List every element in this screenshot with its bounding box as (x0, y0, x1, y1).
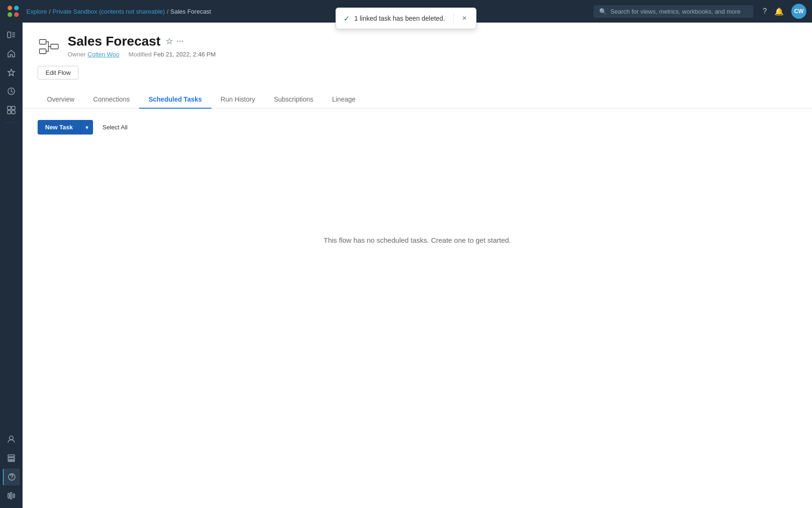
svg-rect-19 (8, 493, 9, 498)
chevron-down-icon: ▾ (86, 124, 88, 131)
svg-rect-24 (51, 44, 58, 49)
toast-divider (453, 14, 454, 23)
svg-rect-15 (8, 458, 15, 460)
tab-overview[interactable]: Overview (38, 91, 84, 109)
toast-check-icon: ✓ (344, 14, 350, 23)
tab-content: New Task ▾ Select All This flow has no s… (23, 109, 812, 345)
modified-label: Modified (129, 51, 152, 58)
empty-state-message: This flow has no scheduled tasks. Create… (324, 236, 511, 244)
more-options-icon[interactable]: ··· (177, 37, 184, 47)
svg-point-0 (8, 6, 12, 10)
app-logo[interactable] (6, 4, 21, 19)
svg-point-3 (14, 12, 19, 17)
svg-rect-11 (8, 111, 11, 114)
tab-scheduled-tasks[interactable]: Scheduled Tasks (139, 91, 211, 109)
svg-rect-20 (10, 492, 12, 499)
sidebar-item-favorites[interactable] (3, 64, 20, 81)
svg-point-2 (8, 12, 12, 17)
nav-icons: ? 🔔 CW (763, 4, 806, 19)
search-placeholder: Search for views, metrics, workbooks, an… (610, 8, 741, 15)
action-bar: New Task ▾ Select All (38, 120, 797, 135)
empty-state: This flow has no scheduled tasks. Create… (38, 146, 797, 334)
breadcrumb-sandbox[interactable]: Private Sandbox (contents not shareable) (53, 8, 165, 15)
favorite-icon[interactable]: ☆ (165, 36, 173, 47)
new-task-button[interactable]: New Task (38, 120, 81, 135)
new-task-dropdown-btn[interactable]: ▾ (81, 120, 93, 135)
svg-rect-23 (39, 49, 46, 54)
modified-date: Feb 21, 2022, 2:46 PM (154, 51, 216, 58)
page-title: Sales Forecast ☆ ··· (68, 34, 797, 49)
svg-point-1 (14, 6, 19, 10)
sidebar (0, 23, 23, 508)
sidebar-item-data[interactable] (3, 450, 20, 467)
sidebar-item-settings[interactable] (3, 487, 20, 504)
svg-point-18 (11, 478, 12, 479)
search-icon: 🔍 (599, 8, 607, 15)
flow-icon (38, 36, 60, 58)
notifications-icon[interactable]: 🔔 (774, 7, 784, 16)
svg-rect-21 (13, 494, 15, 498)
sidebar-collapse-btn[interactable] (3, 26, 20, 43)
svg-rect-9 (8, 106, 11, 110)
svg-rect-4 (8, 32, 11, 38)
sidebar-divider (5, 122, 18, 123)
avatar[interactable]: CW (791, 4, 806, 19)
tab-subscriptions[interactable]: Subscriptions (265, 91, 323, 109)
owner-label: Owner (68, 51, 86, 58)
svg-rect-22 (39, 40, 46, 44)
page-title-text: Sales Forecast (68, 34, 161, 49)
sidebar-item-recents[interactable] (3, 83, 20, 100)
title-actions: ☆ ··· (165, 36, 184, 47)
tab-connections[interactable]: Connections (84, 91, 139, 109)
new-task-btn-group: New Task ▾ (38, 120, 93, 135)
tab-run-history[interactable]: Run History (211, 91, 265, 109)
select-all-button[interactable]: Select All (99, 121, 131, 134)
svg-rect-12 (12, 111, 15, 114)
edit-flow-button[interactable]: Edit Flow (38, 66, 78, 79)
breadcrumb-explore[interactable]: Explore (26, 8, 47, 15)
breadcrumb: Explore / Private Sandbox (contents not … (26, 8, 590, 15)
breadcrumb-current: Sales Forecast (171, 8, 211, 15)
help-icon[interactable]: ? (763, 7, 767, 16)
svg-rect-16 (8, 460, 15, 461)
search-bar[interactable]: 🔍 Search for views, metrics, workbooks, … (593, 5, 753, 18)
toast-message: 1 linked task has been deleted. (354, 15, 447, 22)
main-content: Sales Forecast ☆ ··· Owner Colten Woo · … (23, 23, 812, 508)
page-title-section: Sales Forecast ☆ ··· Owner Colten Woo · … (68, 34, 797, 58)
tabs: Overview Connections Scheduled Tasks Run… (38, 91, 797, 108)
svg-rect-14 (8, 455, 15, 457)
sidebar-item-help[interactable] (3, 468, 20, 485)
page-header-top: Sales Forecast ☆ ··· Owner Colten Woo · … (38, 34, 797, 58)
sidebar-bottom (3, 431, 20, 504)
tab-lineage[interactable]: Lineage (323, 91, 365, 109)
toast-notification: ✓ 1 linked task has been deleted. × (336, 8, 476, 29)
sidebar-item-home[interactable] (3, 45, 20, 62)
svg-point-13 (9, 436, 13, 440)
sidebar-item-collections[interactable] (3, 102, 20, 119)
svg-rect-10 (12, 106, 15, 110)
toast-close-button[interactable]: × (461, 15, 468, 22)
sidebar-item-user[interactable] (3, 431, 20, 448)
page-header: Sales Forecast ☆ ··· Owner Colten Woo · … (23, 23, 812, 109)
owner-link[interactable]: Colten Woo (87, 51, 119, 58)
page-meta: Owner Colten Woo · Modified Feb 21, 2022… (68, 51, 797, 58)
